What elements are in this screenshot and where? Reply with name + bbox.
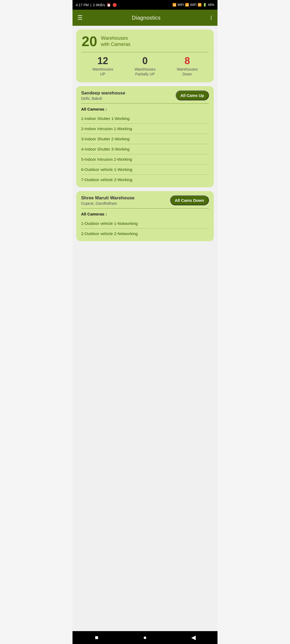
camera-list-shree-maruti: 1-Outdoor vehicle 1-Notworking 2-Outdoor… xyxy=(81,218,209,239)
battery-icon: 🔋 xyxy=(203,3,207,7)
summary-card: 20 Warehouseswith Cameras 12 WarehousesU… xyxy=(76,30,214,82)
nav-home-button[interactable]: ● xyxy=(140,632,150,643)
camera-item: 7-Outdoor vehicle 2-Working xyxy=(81,175,209,185)
warehouse-divider-sandeep xyxy=(81,103,209,104)
warehouse-info-sandeep: Sandeep warehouse Delhi, Bakoli xyxy=(81,90,125,101)
signal-icon: 📶 xyxy=(172,3,176,7)
status-bar-right: 📶 WiFi 📶 WiFi 🛜 🔋 46% xyxy=(172,3,214,7)
warehouse-header-sandeep: Sandeep warehouse Delhi, Bakoli All Cams… xyxy=(81,90,209,101)
camera-item: 6-Outdoor vehicle 1-Working xyxy=(81,164,209,175)
summary-stats: 12 WarehousesUP 0 WarehousesPartially UP… xyxy=(82,56,208,76)
camera-item: 5-Indoor Intrusion 2-Working xyxy=(81,154,209,164)
wifi-strength-icon: 🛜 xyxy=(198,3,202,7)
warehouse-card-shree-maruti: Shree Maruti Warehouse Gujarat, Gandhidh… xyxy=(76,191,214,241)
status-bar-left: 4:17 PM | 2.9KB/s ⏰ 🔴 xyxy=(76,3,117,7)
signal-icon-2: 📶 xyxy=(185,3,189,7)
network-speed: | xyxy=(90,3,91,7)
cameras-label-sandeep: All Cameras : xyxy=(81,107,209,111)
stat-up-label: WarehousesUP xyxy=(92,67,113,76)
main-content: 20 Warehouseswith Cameras 12 WarehousesU… xyxy=(73,26,218,631)
summary-divider xyxy=(82,52,208,52)
warehouse-name-sandeep: Sandeep warehouse xyxy=(81,90,125,96)
bottom-nav: ■ ● ◀ xyxy=(73,631,218,644)
warehouse-name-shree-maruti: Shree Maruti Warehouse xyxy=(81,195,135,201)
battery-level: 46% xyxy=(208,3,214,7)
camera-item: 1-Outdoor vehicle 1-Notworking xyxy=(81,218,209,229)
stat-partial-number: 0 xyxy=(142,56,148,66)
page-title: Diagnostics xyxy=(132,15,161,21)
wifi-icon-2: WiFi xyxy=(190,3,197,7)
status-badge-sandeep[interactable]: All Cams Up xyxy=(176,90,209,100)
stat-warehouses-down: 8 WarehousesDown xyxy=(177,56,198,76)
notification-icon: 🔴 xyxy=(113,3,117,7)
stat-up-number: 12 xyxy=(97,56,108,66)
stat-warehouses-partial: 0 WarehousesPartially UP xyxy=(135,56,155,76)
warehouse-info-shree-maruti: Shree Maruti Warehouse Gujarat, Gandhidh… xyxy=(81,195,135,206)
camera-item: 2-Outdoor vehicle 2-Notworking xyxy=(81,229,209,239)
data-speed: 2.9KB/s xyxy=(93,3,105,7)
summary-header: 20 Warehouseswith Cameras xyxy=(82,34,208,48)
top-nav: ☰ Diagnostics ⫶ xyxy=(73,10,218,26)
warehouse-location-shree-maruti: Gujarat, Gandhidham xyxy=(81,201,135,206)
wifi-icon: WiFi xyxy=(177,3,184,7)
alarm-icon: ⏰ xyxy=(107,3,111,7)
stat-partial-label: WarehousesPartially UP xyxy=(135,67,155,76)
summary-title: Warehouseswith Cameras xyxy=(101,35,130,48)
stat-warehouses-up: 12 WarehousesUP xyxy=(92,56,113,76)
camera-list-sandeep: 1-Indoor Shutter 1-Working 2-Indoor Intr… xyxy=(81,114,209,185)
cameras-label-shree-maruti: All Cameras : xyxy=(81,212,209,216)
nav-square-button[interactable]: ■ xyxy=(91,632,102,643)
camera-item: 1-Indoor Shutter 1-Working xyxy=(81,114,209,124)
hamburger-icon[interactable]: ☰ xyxy=(77,14,83,21)
nav-back-button[interactable]: ◀ xyxy=(188,632,199,643)
warehouse-divider-shree-maruti xyxy=(81,208,209,208)
status-badge-shree-maruti[interactable]: All Cams Down xyxy=(170,195,209,205)
total-warehouses-number: 20 xyxy=(82,34,97,48)
status-bar: 4:17 PM | 2.9KB/s ⏰ 🔴 📶 WiFi 📶 WiFi 🛜 🔋 … xyxy=(73,0,218,10)
stat-down-number: 8 xyxy=(184,56,190,66)
camera-item: 3-Indoor Shutter 2-Working xyxy=(81,134,209,144)
camera-item: 2-Indoor Intrusion 1-Working xyxy=(81,124,209,134)
stat-down-label: WarehousesDown xyxy=(177,67,198,76)
warehouse-header-shree-maruti: Shree Maruti Warehouse Gujarat, Gandhidh… xyxy=(81,195,209,206)
warehouse-card-sandeep: Sandeep warehouse Delhi, Bakoli All Cams… xyxy=(76,86,214,187)
warehouse-location-sandeep: Delhi, Bakoli xyxy=(81,96,125,101)
filter-icon[interactable]: ⫶ xyxy=(210,14,213,21)
time-display: 4:17 PM xyxy=(76,3,89,7)
camera-item: 4-Indoor Shutter 3-Working xyxy=(81,144,209,154)
